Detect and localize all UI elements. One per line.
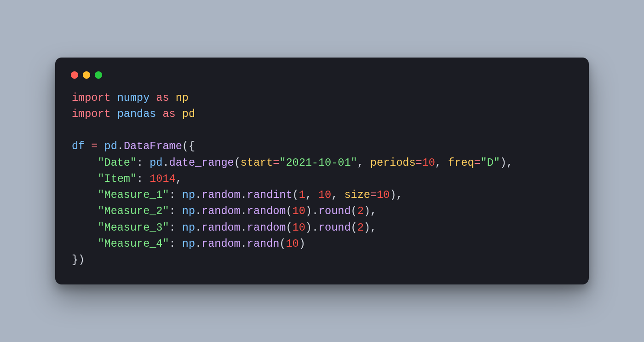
code-token bbox=[111, 108, 117, 120]
code-token: ), bbox=[390, 189, 402, 201]
code-token: 2 bbox=[357, 221, 364, 234]
code-token: pd bbox=[150, 157, 162, 169]
close-icon[interactable] bbox=[71, 71, 78, 79]
code-token: = bbox=[370, 189, 377, 201]
code-token: }) bbox=[72, 254, 85, 266]
code-token: 10 bbox=[293, 221, 305, 234]
code-token: , bbox=[435, 157, 448, 169]
code-token: "2021-10-01" bbox=[279, 157, 357, 169]
code-token: "Date" bbox=[98, 157, 137, 169]
code-token: "Measure_4" bbox=[98, 238, 169, 250]
code-token: date_range bbox=[169, 157, 234, 169]
code-token: ), bbox=[364, 221, 377, 234]
code-token bbox=[72, 157, 98, 169]
code-token: , bbox=[176, 173, 182, 185]
code-token: = bbox=[416, 157, 422, 169]
code-token: round bbox=[318, 205, 351, 217]
code-token: 10 bbox=[422, 157, 435, 169]
code-token: , bbox=[357, 157, 370, 169]
code-line: "Item": 1014, bbox=[72, 173, 182, 185]
code-token: , bbox=[331, 189, 344, 201]
code-token: ). bbox=[305, 221, 318, 234]
code-token: . bbox=[195, 189, 201, 201]
code-token: . bbox=[162, 157, 169, 169]
code-token: : bbox=[169, 238, 182, 250]
code-token: random bbox=[247, 221, 286, 234]
code-token: 10 bbox=[286, 238, 299, 250]
code-token bbox=[72, 173, 98, 185]
code-token bbox=[72, 189, 98, 201]
code-token: start bbox=[241, 157, 273, 169]
minimize-icon[interactable] bbox=[83, 71, 90, 79]
code-token bbox=[176, 108, 182, 120]
code-token: . bbox=[241, 238, 247, 250]
code-token: DataFrame bbox=[124, 140, 182, 152]
code-token: np bbox=[182, 205, 195, 217]
code-token: random bbox=[201, 205, 241, 217]
code-token: as bbox=[162, 108, 175, 120]
code-token bbox=[85, 140, 91, 152]
code-token: "Item" bbox=[98, 173, 137, 185]
code-token: 2 bbox=[357, 205, 364, 217]
code-token: = bbox=[91, 140, 98, 152]
code-token: random bbox=[247, 205, 286, 217]
code-token: np bbox=[182, 238, 195, 250]
window-titlebar bbox=[69, 70, 575, 90]
code-token: df bbox=[72, 140, 85, 152]
code-token: periods bbox=[370, 157, 416, 169]
code-token: random bbox=[201, 221, 241, 234]
code-token: np bbox=[176, 92, 189, 104]
code-token: . bbox=[241, 189, 247, 201]
code-token: ( bbox=[351, 205, 357, 217]
code-line: "Measure_1": np.random.randint(1, 10, si… bbox=[72, 189, 402, 201]
code-window: import numpy as np import pandas as pd d… bbox=[55, 58, 589, 285]
code-line: }) bbox=[72, 254, 85, 266]
code-token: = bbox=[273, 157, 279, 169]
code-token bbox=[111, 92, 117, 104]
code-token: 1 bbox=[299, 189, 305, 201]
code-token: ({ bbox=[182, 140, 195, 152]
code-token: pd bbox=[104, 140, 117, 152]
code-line: "Measure_4": np.random.randn(10) bbox=[72, 238, 305, 250]
code-token: : bbox=[169, 221, 182, 234]
code-token: np bbox=[182, 189, 195, 201]
code-token: import bbox=[72, 92, 111, 104]
code-token: np bbox=[182, 221, 195, 234]
code-token bbox=[72, 238, 98, 250]
code-token: ( bbox=[286, 221, 292, 234]
code-token: ( bbox=[286, 205, 292, 217]
code-token: . bbox=[241, 205, 247, 217]
code-token: pandas bbox=[117, 108, 156, 120]
code-token: randint bbox=[247, 189, 293, 201]
code-token: numpy bbox=[117, 92, 150, 104]
code-token: randn bbox=[247, 238, 280, 250]
code-block: import numpy as np import pandas as pd d… bbox=[69, 90, 575, 268]
code-token: ( bbox=[351, 221, 357, 234]
code-token: , bbox=[305, 189, 318, 201]
code-token: "Measure_3" bbox=[98, 221, 169, 234]
code-token bbox=[98, 140, 104, 152]
zoom-icon[interactable] bbox=[95, 71, 102, 79]
code-token: random bbox=[201, 238, 241, 250]
code-token: ) bbox=[299, 238, 305, 250]
code-token: . bbox=[117, 140, 124, 152]
code-token: . bbox=[195, 205, 201, 217]
code-token: 10 bbox=[293, 205, 305, 217]
code-token: import bbox=[72, 108, 111, 120]
code-token: as bbox=[156, 92, 169, 104]
code-token: ( bbox=[293, 189, 299, 201]
code-token: . bbox=[195, 238, 201, 250]
code-token: 1014 bbox=[150, 173, 175, 185]
code-line: "Measure_2": np.random.random(10).round(… bbox=[72, 205, 377, 217]
code-token: = bbox=[474, 157, 481, 169]
code-token: ), bbox=[500, 157, 513, 169]
code-token: 10 bbox=[377, 189, 390, 201]
code-token: random bbox=[201, 189, 241, 201]
code-token: round bbox=[318, 221, 351, 234]
code-token: ). bbox=[305, 205, 318, 217]
code-token: : bbox=[169, 205, 182, 217]
code-token: "D" bbox=[481, 157, 500, 169]
code-token: pd bbox=[182, 108, 195, 120]
code-token: ), bbox=[364, 205, 377, 217]
code-token: : bbox=[137, 173, 150, 185]
